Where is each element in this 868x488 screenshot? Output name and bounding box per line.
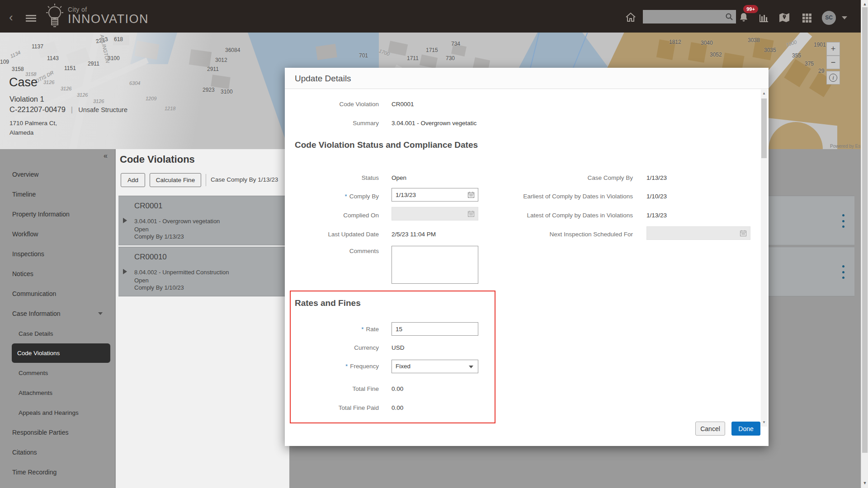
sidebar-item-code-violations[interactable]: Code Violations <box>12 343 110 363</box>
field-value: 1/13/23 <box>646 174 667 181</box>
sidebar-item-case-information[interactable]: Case Information <box>0 304 115 324</box>
frequency-selected-value: Fixed <box>396 363 410 370</box>
scroll-up-icon[interactable] <box>861 1 868 7</box>
map-parcel-label: 36084 <box>225 47 240 53</box>
violation-summary: 3.04.001 - Overgrown vegetation <box>134 218 220 225</box>
map-parcel-label: 1901 <box>814 42 826 48</box>
map-building <box>316 44 337 60</box>
violation-status: Open <box>134 277 149 284</box>
required-asterisk: * <box>344 193 347 200</box>
map-attribution: Powered by Esri <box>830 144 863 149</box>
map-parcel-label: 1812 <box>669 39 681 45</box>
section-title: Code Violations <box>120 154 195 165</box>
map-parcel-label: 1218 <box>165 106 175 111</box>
modal-scrollbar[interactable] <box>761 89 767 427</box>
apps-grid-icon[interactable] <box>802 13 812 23</box>
violation-id: CR00010 <box>134 253 167 262</box>
rate-input[interactable] <box>392 322 478 336</box>
map-parcel-label: 1137 <box>32 43 43 50</box>
map-icon[interactable] <box>778 12 790 23</box>
sidebar-item-notices[interactable]: Notices <box>0 264 115 284</box>
map-zoom-out-button[interactable]: − <box>826 56 840 69</box>
sidebar-item-attachments[interactable]: Attachments <box>0 383 115 403</box>
frequency-select[interactable]: Fixed <box>392 360 478 373</box>
sidebar-item-timeline[interactable]: Timeline <box>0 184 115 204</box>
complied-on-date-input <box>392 207 478 221</box>
sidebar-item-label: Appeals and Hearings <box>19 409 79 416</box>
brand-innovation: INNOVATION <box>68 12 149 26</box>
sidebar-item-case-details[interactable]: Case Details <box>0 324 115 343</box>
field-value: 1/13/23 <box>646 212 667 219</box>
calculate-fine-button[interactable]: Calculate Fine <box>150 173 201 187</box>
map-parcel-label: 3126 <box>93 99 104 104</box>
sidebar-item-appeals-and-hearings[interactable]: Appeals and Hearings <box>0 403 115 422</box>
sidebar-item-time-recording[interactable]: Time Recording <box>0 462 115 482</box>
sidebar-item-label: Responsible Parties <box>12 429 69 436</box>
home-icon[interactable] <box>625 12 636 22</box>
violation-id: CR0001 <box>134 202 162 211</box>
sidebar-item-citations[interactable]: Citations <box>0 442 115 462</box>
sidebar-item-overview[interactable]: Overview <box>0 164 115 184</box>
sidebar-item-property-information[interactable]: Property Information <box>0 204 115 224</box>
search-icon[interactable] <box>725 13 733 21</box>
sidebar-item-label: Case Details <box>19 330 53 337</box>
map-parcel-label: 3035 <box>764 47 776 53</box>
map-info-button[interactable]: i <box>826 71 840 84</box>
sidebar-item-label: Overview <box>12 171 38 178</box>
field-label: Comments <box>285 248 379 254</box>
sidebar-collapse-icon[interactable] <box>104 152 108 160</box>
back-icon[interactable] <box>9 13 17 23</box>
field-value: CR0001 <box>392 101 414 108</box>
expand-caret-icon[interactable] <box>123 218 127 223</box>
add-button[interactable]: Add <box>121 173 145 187</box>
hamburger-menu-icon[interactable] <box>26 15 36 21</box>
map-parcel-label: 3126 <box>61 86 71 91</box>
map-parcel-label: 109 <box>0 59 9 65</box>
map-parcel-label: 2911 <box>88 61 99 67</box>
sidebar-item-comments[interactable]: Comments <box>0 363 115 383</box>
field-row: Total Fine 0.00 <box>285 385 755 394</box>
scroll-down-icon[interactable] <box>861 480 868 486</box>
comments-textarea[interactable] <box>392 246 478 284</box>
comply-by-date-input[interactable] <box>392 188 478 202</box>
map-parcel-label: 734 <box>451 41 460 47</box>
sidebar: OverviewTimelineProperty InformationWork… <box>0 149 115 488</box>
map-fade-overlay <box>0 33 253 149</box>
scrollbar-thumb[interactable] <box>862 7 868 453</box>
field-label: Status <box>285 174 379 181</box>
page-scrollbar[interactable] <box>861 0 868 488</box>
field-row: *Rate <box>285 326 755 334</box>
field-label: Total Fine Paid <box>285 404 379 411</box>
user-menu-chevron-down-icon[interactable] <box>842 16 847 19</box>
sidebar-item-workflow[interactable]: Workflow <box>0 224 115 244</box>
expand-caret-icon[interactable] <box>123 269 127 274</box>
notification-badge: 99+ <box>743 5 758 13</box>
sidebar-item-inspections[interactable]: Inspections <box>0 244 115 264</box>
notifications-bell-icon[interactable] <box>738 12 750 23</box>
required-asterisk: * <box>361 326 363 333</box>
scroll-up-icon[interactable] <box>761 90 767 97</box>
row-actions-kebab-icon[interactable] <box>840 265 846 279</box>
done-button[interactable]: Done <box>731 422 760 436</box>
page-title: Case <box>9 75 38 89</box>
cancel-button[interactable]: Cancel <box>695 422 725 436</box>
search-input[interactable] <box>643 10 736 23</box>
scrollbar-thumb[interactable] <box>761 99 767 158</box>
sidebar-item-responsible-parties[interactable]: Responsible Parties <box>0 422 115 442</box>
map-parcel-label: 3038 <box>748 37 760 43</box>
map-parcel-label: 3100 <box>108 55 120 61</box>
map-parcel-zone <box>769 122 823 149</box>
field-row: Summary 3.04.001 - Overgrown vegetatic <box>285 120 755 128</box>
user-avatar[interactable]: SC <box>822 11 836 25</box>
scroll-down-icon[interactable] <box>761 419 767 426</box>
field-label: Case Comply By <box>420 174 633 181</box>
reports-chart-icon[interactable] <box>758 13 769 23</box>
map-zoom-in-button[interactable]: + <box>826 42 840 56</box>
sidebar-item-communication[interactable]: Communication <box>0 284 115 304</box>
chevron-down-icon <box>98 312 103 315</box>
field-row: Code Violation CR0001 <box>285 101 755 109</box>
row-actions-kebab-icon[interactable] <box>840 214 846 228</box>
map-parcel-label: 355 <box>792 52 801 59</box>
sidebar-item-label: Citations <box>12 449 37 456</box>
map-parcel-label: 2923 <box>203 87 215 93</box>
